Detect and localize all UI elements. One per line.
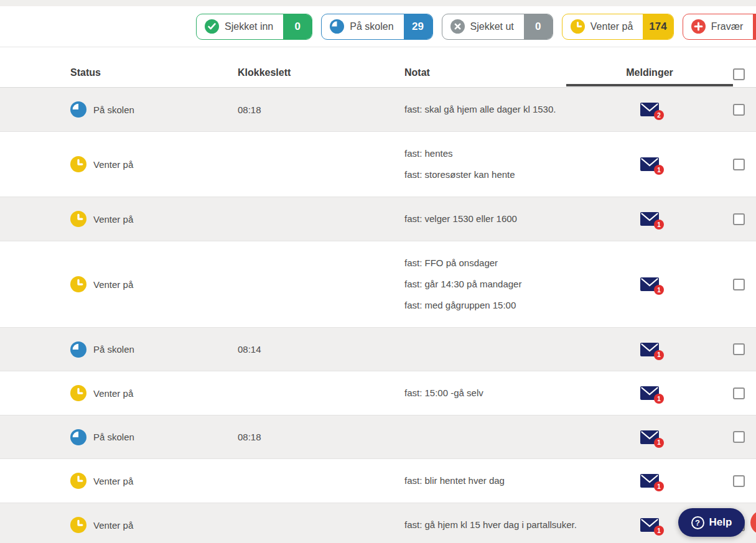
column-header-status: Status <box>70 67 238 78</box>
note-text: fast: storesøster kan hente <box>404 164 619 185</box>
table-header: Status Klokkeslett Notat Meldinger <box>0 47 756 88</box>
table-row[interactable]: På skolen 08:18 fast: skal gå hjem alle … <box>0 88 756 132</box>
status-label: Venter på <box>93 214 133 225</box>
status-cell: På skolen <box>70 341 238 358</box>
message-count-badge: 1 <box>654 165 664 175</box>
note-text: fast: 15:00 -gå selv <box>404 383 619 404</box>
status-cell: Venter på <box>70 473 238 489</box>
status-cell: Venter på <box>70 156 238 172</box>
status-label: Venter på <box>93 159 133 170</box>
message-envelope-icon[interactable]: 1 <box>640 343 659 356</box>
help-button[interactable]: ? Help <box>678 508 745 537</box>
check-circle-icon <box>205 19 219 34</box>
row-checkbox[interactable] <box>733 279 745 290</box>
status-label: Venter på <box>93 279 133 290</box>
time-cell: 08:14 <box>238 344 404 355</box>
top-strip <box>0 0 756 6</box>
meldinger-underline <box>566 84 733 86</box>
status-label: Venter på <box>93 388 133 399</box>
message-envelope-icon[interactable]: 1 <box>640 386 659 400</box>
filter-chip-label: På skolen <box>350 21 393 32</box>
status-label: På skolen <box>93 104 134 115</box>
filter-chip-count: 4 <box>753 14 756 39</box>
filter-chip-venter-pa[interactable]: Venter på 174 <box>562 14 674 40</box>
filter-chip-count: 29 <box>404 14 432 39</box>
status-cell: Venter på <box>70 276 238 292</box>
note-text: fast: velger 1530 eller 1600 <box>404 208 619 230</box>
filter-chip-count: 0 <box>283 14 312 39</box>
note-text: fast: med gågruppen 15:00 <box>404 295 619 316</box>
row-checkbox[interactable] <box>733 159 745 170</box>
table-row[interactable]: På skolen 08:14 1 <box>0 328 756 371</box>
select-all-checkbox[interactable] <box>733 68 745 80</box>
question-mark-icon: ? <box>691 516 704 529</box>
filter-chip-count: 174 <box>643 14 673 39</box>
row-checkbox[interactable] <box>733 388 745 399</box>
table-row[interactable]: Venter på fast: FFO på onsdagerfast: går… <box>0 241 756 328</box>
note-cell: fast: velger 1530 eller 1600 <box>404 197 619 241</box>
table-row[interactable]: Venter på fast: 15:00 -gå selv 1 <box>0 371 756 415</box>
message-envelope-icon[interactable]: 2 <box>640 103 659 116</box>
table-row[interactable]: Venter på fast: velger 1530 eller 1600 1 <box>0 197 756 241</box>
message-count-badge: 1 <box>654 350 664 360</box>
time-cell: 08:18 <box>238 104 404 115</box>
note-cell: fast: 15:00 -gå selv <box>404 371 619 415</box>
table-row[interactable]: Venter på fast: gå hjem kl 15 hver dag i… <box>0 503 756 543</box>
clock-pie-icon <box>70 101 86 118</box>
row-checkbox[interactable] <box>733 213 745 225</box>
status-cell: På skolen <box>70 429 238 445</box>
table-row[interactable]: På skolen 08:18 1 <box>0 415 756 459</box>
clock-pie-icon <box>330 19 344 34</box>
column-header-time: Klokkeslett <box>238 67 404 78</box>
plus-circle-icon <box>691 19 706 34</box>
filter-chip-sjekket-inn[interactable]: Sjekket inn 0 <box>196 14 312 40</box>
message-count-badge: 1 <box>654 220 664 230</box>
note-cell: fast: gå hjem kl 15 hver dag i partallsu… <box>404 503 619 543</box>
filter-bar: Sjekket inn 0 På skolen 29 Sjekket ut 0 … <box>0 6 756 47</box>
column-header-note: Notat <box>404 67 619 78</box>
clock-icon <box>70 211 86 227</box>
message-count-badge: 1 <box>654 394 664 404</box>
filter-chip-label: Venter på <box>590 21 633 32</box>
note-text: fast: hentes <box>404 143 619 164</box>
table-row[interactable]: Venter på fast: hentesfast: storesøster … <box>0 132 756 197</box>
note-cell: fast: skal gå hjem alle dager kl 1530. <box>404 88 619 131</box>
filter-chip-count: 0 <box>524 14 553 39</box>
row-checkbox[interactable] <box>733 431 745 443</box>
row-checkbox[interactable] <box>733 343 745 355</box>
status-label: Venter på <box>93 520 133 531</box>
message-envelope-icon[interactable]: 1 <box>640 430 659 444</box>
note-cell: fast: hentesfast: storesøster kan hente <box>404 132 619 197</box>
table-body: På skolen 08:18 fast: skal gå hjem alle … <box>0 88 756 543</box>
row-checkbox[interactable] <box>733 475 745 487</box>
clock-icon <box>70 156 86 172</box>
table-row[interactable]: Venter på fast: blir hentet hver dag 1 <box>0 459 756 503</box>
note-text: fast: gå hjem kl 15 hver dag i partallsu… <box>404 514 619 536</box>
message-envelope-icon[interactable]: 1 <box>640 157 659 171</box>
clock-icon <box>70 385 86 401</box>
filter-chip-sjekket-ut[interactable]: Sjekket ut 0 <box>442 14 553 40</box>
note-cell: fast: FFO på onsdagerfast: går 14:30 på … <box>404 241 619 327</box>
message-envelope-icon[interactable]: 1 <box>640 518 659 532</box>
status-cell: Venter på <box>70 517 238 533</box>
status-label: På skolen <box>93 344 134 355</box>
message-count-badge: 1 <box>654 285 664 295</box>
column-header-messages: Meldinger <box>619 67 680 78</box>
note-cell <box>404 426 619 448</box>
filter-chip-pa-skolen[interactable]: På skolen 29 <box>321 14 432 40</box>
x-circle-icon <box>450 19 465 34</box>
row-checkbox[interactable] <box>733 104 745 116</box>
note-text: fast: FFO på onsdager <box>404 253 619 274</box>
message-count-badge: 2 <box>654 110 664 120</box>
message-envelope-icon[interactable]: 1 <box>640 277 659 291</box>
message-envelope-icon[interactable]: 1 <box>640 212 659 226</box>
message-count-badge: 1 <box>654 438 664 448</box>
filter-chip-label: Fravær <box>711 21 744 32</box>
note-text: fast: skal gå hjem alle dager kl 1530. <box>404 99 619 120</box>
status-cell: Venter på <box>70 385 238 401</box>
note-text: fast: går 14:30 på mandager <box>404 274 619 295</box>
message-envelope-icon[interactable]: 1 <box>640 474 659 488</box>
filter-chip-fravaer[interactable]: Fravær 4 <box>683 14 756 40</box>
note-text: fast: blir hentet hver dag <box>404 470 619 491</box>
note-cell: fast: blir hentet hver dag <box>404 459 619 503</box>
